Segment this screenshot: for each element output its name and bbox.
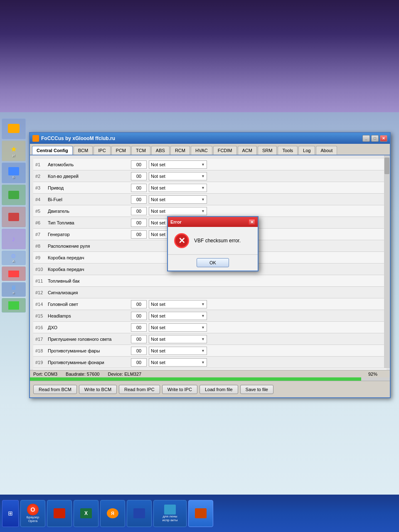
- tab-tools[interactable]: Tools: [278, 146, 298, 155]
- row-value-17[interactable]: [131, 358, 147, 367]
- row-select-16[interactable]: Not set ▼: [149, 347, 207, 355]
- maximize-button[interactable]: □: [371, 135, 379, 142]
- minimize-button[interactable]: _: [362, 135, 370, 142]
- row-value-13[interactable]: [131, 312, 147, 320]
- row-select-12[interactable]: Not set ▼: [149, 300, 207, 308]
- row-select-13[interactable]: Not set ▼: [149, 312, 207, 320]
- row-num-15: #17: [33, 337, 48, 342]
- chevron-down-icon: ▼: [201, 197, 205, 202]
- row-num-16: #18: [33, 348, 48, 353]
- read-from-bcm-button[interactable]: Read from BCM: [33, 385, 77, 394]
- write-to-bcm-button[interactable]: Write to BCM: [79, 385, 117, 394]
- row-label-9: Коробка передач: [48, 267, 131, 272]
- row-value-6[interactable]: [131, 230, 147, 239]
- config-row: #5 Двигатель Not set ▼: [33, 205, 387, 217]
- window-title-left: FoCCCus by xGloooM ffclub.ru: [32, 135, 115, 142]
- sidebar-item-6[interactable]: ♪: [2, 229, 26, 249]
- row-num-6: #7: [33, 232, 48, 237]
- tab-tcm[interactable]: TCM: [131, 146, 150, 155]
- row-select-4[interactable]: Not set ▼: [149, 207, 207, 215]
- error-icon: ✕: [174, 233, 189, 248]
- sidebar-item-5[interactable]: [2, 207, 26, 227]
- row-num-9: #10: [33, 267, 48, 272]
- taskbar-btn-4[interactable]: Я: [100, 500, 125, 527]
- row-select-3[interactable]: Not set ▼: [149, 195, 207, 204]
- tab-pcm[interactable]: PCM: [111, 146, 131, 155]
- sidebar-item-9-label: н: [12, 291, 14, 295]
- sidebar-item-9[interactable]: 🖥 н: [2, 282, 26, 297]
- row-select-2[interactable]: Not set ▼: [149, 184, 207, 192]
- sidebar-item-7-label: А: [12, 259, 15, 263]
- sidebar-item-10[interactable]: [2, 298, 26, 313]
- sidebar-item-1[interactable]: [2, 118, 26, 139]
- row-select-15[interactable]: Not set ▼: [149, 335, 207, 343]
- sidebar-item-8[interactable]: [2, 266, 26, 281]
- save-to-file-button[interactable]: Save to file: [240, 385, 273, 394]
- tab-srm[interactable]: SRM: [258, 146, 277, 155]
- chevron-down-icon: ▼: [201, 349, 205, 353]
- sidebar-icon-6: ♪: [12, 235, 15, 244]
- row-label-14: ДХО: [48, 325, 131, 330]
- close-button[interactable]: ✕: [380, 135, 387, 142]
- sidebar-item-4[interactable]: [2, 185, 26, 205]
- taskbar-btn-5[interactable]: [127, 500, 152, 527]
- sidebar-icon-9: 🖥: [11, 284, 17, 291]
- status-progress: [30, 377, 361, 381]
- app-window: FoCCCus by xGloooM ffclub.ru _ □ ✕ Centr…: [29, 132, 391, 398]
- dialog-ok-button[interactable]: OK: [197, 258, 229, 267]
- sidebar-icon-7: ⚙: [11, 253, 16, 259]
- sidebar-item-3[interactable]: Б: [2, 163, 26, 183]
- row-select-0[interactable]: Not set ▼: [149, 160, 207, 169]
- taskbar-btn-3[interactable]: X: [74, 500, 99, 527]
- tab-abs[interactable]: ABS: [151, 146, 170, 155]
- row-value-3[interactable]: [131, 195, 147, 204]
- row-value-2[interactable]: [131, 184, 147, 192]
- tab-hvac[interactable]: HVAC: [191, 146, 212, 155]
- tab-central-config[interactable]: Central Config: [32, 146, 73, 155]
- config-row: #11 Топливный бак: [33, 275, 387, 287]
- dialog-close-button[interactable]: ✕: [249, 219, 255, 225]
- row-value-15[interactable]: [131, 335, 147, 343]
- load-from-file-button[interactable]: Load from file: [200, 385, 238, 394]
- row-label-5: Тип Топлива: [48, 220, 131, 225]
- row-label-0: Автомобиль: [48, 162, 131, 167]
- row-select-17[interactable]: Not set ▼: [149, 358, 207, 367]
- sidebar-icon-1: [8, 124, 20, 133]
- sidebar-item-7[interactable]: ⚙ А: [2, 251, 26, 265]
- row-select-14[interactable]: Not set ▼: [149, 323, 207, 332]
- row-value-5[interactable]: [131, 219, 147, 227]
- row-value-14[interactable]: [131, 323, 147, 332]
- scroll-thumb[interactable]: [384, 158, 389, 174]
- row-select-1[interactable]: Not set ▼: [149, 172, 207, 180]
- row-value-16[interactable]: [131, 347, 147, 355]
- tab-about[interactable]: About: [316, 146, 337, 155]
- taskbar-btn-focccus[interactable]: [188, 500, 213, 527]
- tab-log[interactable]: Log: [298, 146, 315, 155]
- row-value-12[interactable]: [131, 300, 147, 308]
- status-percent: 92%: [368, 372, 377, 377]
- row-num-8: #9: [33, 255, 48, 260]
- config-row: #15 Headlamps Not set ▼: [33, 310, 387, 322]
- tab-ipc[interactable]: IPC: [94, 146, 110, 155]
- window-controls: _ □ ✕: [362, 135, 387, 142]
- write-to-ipc-button[interactable]: Write to IPC: [162, 385, 197, 394]
- read-from-ipc-button[interactable]: Read from IPC: [119, 385, 160, 394]
- row-value-1[interactable]: [131, 172, 147, 180]
- taskbar-btn-2[interactable]: [47, 500, 72, 527]
- taskbar-start[interactable]: ⊞: [2, 500, 19, 527]
- tab-fcdim[interactable]: FCDIM: [213, 146, 237, 155]
- tab-bcm[interactable]: BCM: [74, 146, 93, 155]
- row-label-16: Противотуманные фары: [48, 348, 131, 353]
- row-value-4[interactable]: [131, 207, 147, 215]
- row-value-0[interactable]: [131, 160, 147, 169]
- taskbar-btn-6[interactable]: для лены испр акты: [153, 500, 187, 527]
- scroll-indicator[interactable]: [384, 155, 390, 368]
- sidebar-icon-5: [8, 213, 19, 221]
- config-row: #19 Противотуманные фонари Not set ▼: [33, 357, 387, 368]
- row-label-11: Сигнализация: [48, 290, 131, 295]
- taskbar-btn-opera[interactable]: O Браузер Opera: [20, 500, 45, 527]
- tab-rcm[interactable]: RCM: [170, 146, 190, 155]
- row-label-15: Приглушение головного света: [48, 337, 131, 342]
- sidebar-item-2[interactable]: ★ И: [2, 140, 26, 161]
- tab-acm[interactable]: ACM: [238, 146, 257, 155]
